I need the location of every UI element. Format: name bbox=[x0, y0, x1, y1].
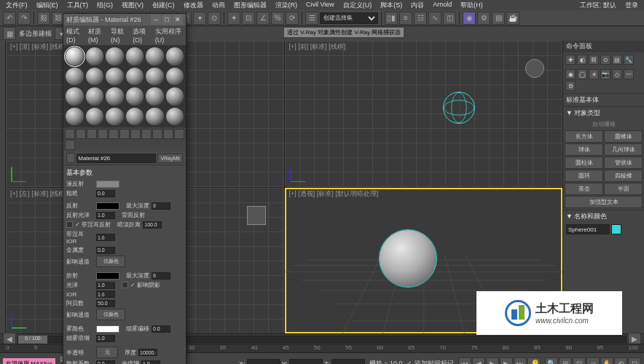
affect-shadows-checkbox[interactable] bbox=[122, 282, 128, 288]
viewport-left-label[interactable]: [+] [左] [标准] [线框] bbox=[10, 189, 67, 199]
manip-icon[interactable]: ✦ bbox=[227, 12, 240, 25]
material-slot[interactable] bbox=[66, 87, 84, 106]
ior-input[interactable] bbox=[96, 290, 115, 298]
cameras-icon[interactable]: 📷 bbox=[600, 69, 610, 79]
roughness-input[interactable] bbox=[96, 190, 115, 197]
mat-menu-util[interactable]: 实用程序(U) bbox=[155, 27, 183, 44]
selection-set-dropdown[interactable]: 创建选择集 bbox=[320, 12, 378, 24]
named-sel-icon[interactable]: ☰ bbox=[305, 12, 318, 25]
material-slot[interactable] bbox=[86, 68, 104, 86]
curve-editor-icon[interactable]: ∿ bbox=[428, 12, 441, 25]
thickness-input[interactable] bbox=[138, 349, 157, 356]
key-mode-icon[interactable]: 🔑 bbox=[527, 357, 541, 365]
systems-icon[interactable]: ⚙ bbox=[565, 81, 576, 91]
material-slot[interactable] bbox=[86, 87, 104, 106]
viewport-front-label[interactable]: [+] [前] [标准] [线框] bbox=[289, 42, 346, 52]
redo-icon[interactable]: ↷ bbox=[17, 12, 31, 25]
render-frame-icon[interactable]: ▤ bbox=[492, 12, 505, 25]
sphere-object[interactable] bbox=[380, 230, 436, 287]
spacewarps-icon[interactable]: 〰 bbox=[624, 69, 634, 79]
zoom-icon[interactable]: 🔍 bbox=[545, 357, 558, 365]
light-mult-input[interactable] bbox=[141, 360, 160, 365]
menu-civil[interactable]: Civil View bbox=[306, 1, 334, 9]
max-depth2-input[interactable] bbox=[152, 272, 170, 280]
menu-help[interactable]: 帮助(H) bbox=[460, 1, 483, 9]
geosphere-button[interactable]: 几何球体 bbox=[604, 143, 643, 156]
hierarchy-tab-icon[interactable]: ⛓ bbox=[589, 55, 599, 65]
cylinder-button[interactable]: 圆柱体 bbox=[565, 157, 603, 169]
menu-tools[interactable]: 工具(T) bbox=[67, 1, 89, 9]
viewport-front[interactable]: [+] [前] [标准] [线框] bbox=[285, 41, 563, 187]
shapes-icon[interactable]: ◯ bbox=[577, 69, 587, 79]
menu-edit[interactable]: 编辑(E) bbox=[36, 1, 58, 9]
menu-script[interactable]: 脚本(S) bbox=[380, 1, 402, 9]
material-name-input[interactable] bbox=[76, 154, 156, 163]
utilities-tab-icon[interactable]: 🔧 bbox=[624, 55, 634, 65]
ref-coord-icon[interactable]: ▾ bbox=[193, 12, 206, 25]
time-slider-handle[interactable]: 0 / 100 bbox=[18, 336, 47, 344]
diffuse-swatch[interactable] bbox=[96, 181, 119, 188]
create-tab-icon[interactable]: ✚ bbox=[565, 55, 576, 65]
menu-arnold[interactable]: Arnold bbox=[433, 1, 452, 9]
pick-material-icon[interactable] bbox=[66, 153, 75, 163]
poly-modeling-icon[interactable]: ▦ bbox=[3, 27, 16, 40]
translucent-dropdown[interactable]: 无 bbox=[96, 347, 118, 358]
tube-button[interactable]: 管状体 bbox=[604, 157, 643, 169]
primitive-dropdown[interactable]: 标准基本体 bbox=[563, 93, 644, 106]
menu-content[interactable]: 内容 bbox=[411, 1, 424, 9]
basic-params-title[interactable]: 基本参数 bbox=[66, 167, 183, 179]
refl-gloss-input[interactable] bbox=[96, 212, 115, 219]
zoom-extents-icon[interactable]: ⊡ bbox=[573, 357, 586, 365]
material-editor-titlebar[interactable]: 材质编辑器 - Material #26 – □ ✕ bbox=[63, 14, 186, 25]
material-slot[interactable] bbox=[166, 68, 184, 86]
schematic-icon[interactable]: ◫ bbox=[443, 12, 456, 25]
sss-input[interactable] bbox=[96, 360, 115, 365]
put-material-icon[interactable] bbox=[76, 129, 86, 139]
material-slot[interactable] bbox=[106, 68, 124, 86]
max-depth-input[interactable] bbox=[152, 202, 170, 210]
mat-menu-options[interactable]: 选项(O) bbox=[133, 27, 151, 44]
display-tab-icon[interactable]: ▤ bbox=[612, 55, 622, 65]
material-slot[interactable] bbox=[146, 47, 164, 66]
workspace-label[interactable]: 工作区: 默认 bbox=[580, 1, 616, 9]
render-icon[interactable]: ☕ bbox=[506, 12, 519, 25]
reflection-swatch[interactable] bbox=[96, 202, 119, 210]
material-id-icon[interactable] bbox=[141, 129, 152, 139]
pan-icon[interactable]: ✋ bbox=[600, 357, 613, 365]
mirror-icon[interactable]: ▯▮ bbox=[385, 12, 398, 25]
align-icon[interactable]: ≡ bbox=[399, 12, 412, 25]
snap-icon[interactable]: ⊡ bbox=[242, 12, 255, 25]
login-label[interactable]: 登录 bbox=[625, 1, 638, 9]
percent-snap-icon[interactable]: % bbox=[271, 12, 284, 25]
layer-icon[interactable]: ☷ bbox=[414, 12, 427, 25]
reset-map-icon[interactable] bbox=[98, 129, 108, 139]
affect-ch2-dropdown[interactable]: 仅颜色 bbox=[96, 309, 125, 320]
menu-modifier[interactable]: 修改器 bbox=[184, 1, 203, 9]
menu-view[interactable]: 视图(V) bbox=[122, 1, 144, 9]
menu-graph[interactable]: 图形编辑器 bbox=[234, 1, 267, 9]
fog-mult-input[interactable] bbox=[96, 335, 115, 342]
zoom-all-icon[interactable]: ⊞ bbox=[559, 357, 572, 365]
material-slot[interactable] bbox=[86, 47, 104, 66]
teapot-button[interactable]: 茶壶 bbox=[565, 183, 603, 195]
material-slot[interactable] bbox=[126, 68, 144, 86]
textplus-button[interactable]: 加强型文本 bbox=[565, 196, 643, 208]
play-icon[interactable]: ▶ bbox=[486, 357, 499, 365]
box-button[interactable]: 长方体 bbox=[565, 130, 603, 143]
fresnel-checkbox[interactable] bbox=[66, 221, 73, 228]
helpers-icon[interactable]: ◇ bbox=[612, 69, 622, 79]
motion-tab-icon[interactable]: ⊙ bbox=[600, 55, 610, 65]
metalness-input[interactable] bbox=[96, 247, 115, 254]
viewport-top-label[interactable]: [+] [顶] [标准] [线框] bbox=[10, 42, 67, 52]
name-color-rollout[interactable]: ▼ 名称和颜色 bbox=[563, 210, 644, 223]
go-sibling-icon[interactable] bbox=[65, 140, 75, 150]
coord-y-input[interactable] bbox=[289, 359, 323, 364]
get-material-icon[interactable] bbox=[65, 129, 75, 139]
material-slot[interactable] bbox=[126, 47, 144, 66]
material-slot[interactable] bbox=[106, 47, 124, 66]
material-slot[interactable] bbox=[166, 47, 184, 66]
material-slot[interactable] bbox=[146, 108, 164, 126]
show-end-icon[interactable] bbox=[163, 129, 173, 139]
object-color-swatch[interactable] bbox=[611, 224, 621, 234]
maximize-icon[interactable]: □ bbox=[162, 15, 172, 25]
